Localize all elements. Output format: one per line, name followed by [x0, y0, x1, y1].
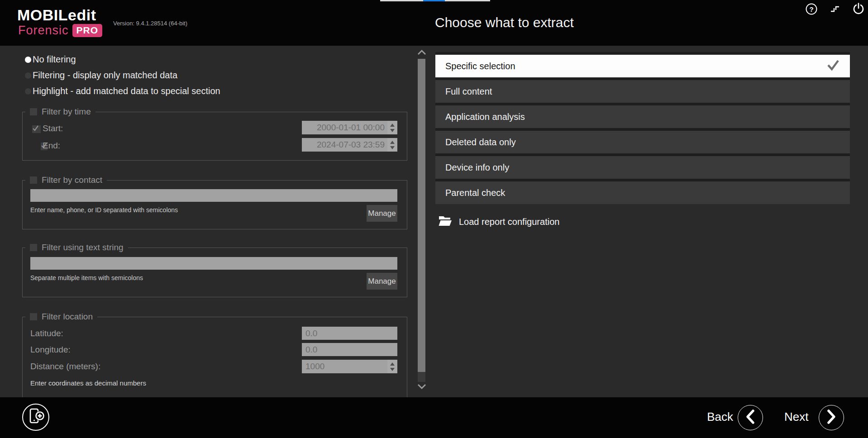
radio-highlight-label: Highlight - add matched data to special … [33, 86, 220, 96]
option-label: Full content [445, 86, 492, 97]
check-icon [826, 59, 840, 74]
resize-window-icon[interactable] [829, 3, 841, 15]
option-label: Specific selection [445, 61, 515, 71]
text-string-input[interactable] [30, 257, 397, 270]
filter-text-string-label: Filter using text string [42, 243, 124, 252]
add-phone-icon [26, 406, 46, 428]
load-report-configuration[interactable]: Load report configuration [438, 214, 559, 229]
filter-by-contact-label: Filter by contact [42, 175, 102, 185]
filter-by-time-legend: Filter by time [25, 107, 95, 117]
start-datetime-spinner[interactable] [387, 121, 397, 134]
option-device-info-only[interactable]: Device info only [435, 156, 850, 179]
next-label: Next [784, 410, 808, 424]
chevron-right-icon [825, 409, 838, 427]
distance-spinner[interactable] [387, 360, 397, 373]
progress-bar-value [423, 0, 445, 1]
spin-down-icon[interactable] [390, 368, 395, 371]
latitude-input[interactable] [302, 327, 397, 340]
chevron-down-icon[interactable] [417, 383, 427, 390]
end-datetime-input[interactable] [302, 138, 387, 152]
app-logo-subtitle: Forensic PRO [18, 24, 102, 38]
filter-by-time-checkbox[interactable] [30, 108, 37, 115]
text-string-manage-button[interactable]: Manage [367, 273, 397, 290]
svg-text:?: ? [809, 5, 813, 13]
chevron-left-icon [744, 409, 757, 427]
radio-no-filtering-label: No filtering [33, 54, 76, 65]
start-datetime-input[interactable] [302, 121, 387, 134]
text-string-hint: Separate multiple items with semicolons [30, 274, 143, 281]
distance-input[interactable] [302, 360, 387, 373]
distance-field [302, 360, 397, 373]
scrollbar-track[interactable] [418, 372, 425, 382]
start-datetime-field [302, 121, 397, 134]
option-application-analysis[interactable]: Application analysis [435, 105, 850, 128]
spin-down-icon[interactable] [390, 129, 395, 132]
app-logo-title: MOBILedit [17, 6, 96, 24]
option-label: Parental check [445, 188, 505, 198]
filter-by-contact-checkbox[interactable] [30, 176, 37, 184]
start-label: Start: [43, 124, 63, 133]
contact-filter-input[interactable] [30, 189, 397, 202]
spin-down-icon[interactable] [390, 146, 395, 149]
logo-forensic-text: Forensic [18, 24, 69, 38]
filter-location-checkbox[interactable] [30, 313, 37, 320]
option-deleted-data-only[interactable]: Deleted data only [435, 131, 850, 153]
logo-pro-badge: PRO [72, 24, 103, 37]
back-label: Back [697, 410, 733, 424]
back-button[interactable] [738, 405, 763, 430]
filter-by-contact-legend: Filter by contact [25, 175, 107, 185]
filter-by-time-group [22, 112, 407, 161]
start-checkbox[interactable] [32, 125, 41, 133]
filter-text-string-checkbox[interactable] [30, 244, 37, 251]
option-label: Device info only [445, 162, 509, 173]
end-datetime-spinner[interactable] [387, 138, 397, 152]
radio-no-filtering[interactable] [25, 57, 31, 63]
location-hint: Enter coordinates as decimal numbers [30, 379, 146, 387]
filter-text-string-group [22, 248, 407, 297]
extract-options-list: Specific selection Full content Applicat… [435, 52, 850, 204]
longitude-label: Longitude: [30, 345, 71, 355]
app-window: MOBILedit Forensic PRO Version: 9.4.1.28… [0, 0, 868, 438]
filter-location-label: Filter location [42, 312, 93, 322]
help-icon[interactable]: ? [805, 3, 818, 15]
open-folder-icon [438, 214, 453, 229]
chevron-up-icon[interactable] [417, 49, 427, 56]
radio-filtering[interactable] [25, 72, 31, 79]
page-title: Choose what to extract [435, 15, 574, 30]
spin-up-icon[interactable] [390, 141, 395, 144]
spin-up-icon[interactable] [390, 124, 395, 127]
latitude-label: Latitude: [30, 328, 63, 338]
option-full-content[interactable]: Full content [435, 80, 850, 103]
contact-filter-hint: Enter name, phone, or ID separated with … [30, 206, 178, 214]
option-specific-selection[interactable]: Specific selection [435, 55, 850, 77]
power-icon[interactable] [852, 2, 865, 15]
radio-filtering-label: Filtering - display only matched data [33, 70, 177, 81]
version-text: Version: 9.4.1.28514 (64-bit) [113, 20, 187, 27]
longitude-input[interactable] [302, 343, 397, 356]
distance-label: Distance (meters): [30, 362, 100, 371]
next-button[interactable] [819, 405, 844, 430]
scrollbar-thumb[interactable] [418, 59, 425, 372]
option-label: Deleted data only [445, 137, 516, 148]
spin-up-icon[interactable] [390, 362, 395, 366]
option-label: Application analysis [445, 112, 525, 122]
radio-highlight[interactable] [25, 88, 31, 95]
add-phone-button[interactable] [22, 404, 49, 431]
option-parental-check[interactable]: Parental check [435, 181, 850, 204]
end-label: End: [43, 141, 60, 151]
filter-text-string-legend: Filter using text string [25, 243, 128, 252]
filter-location-legend: Filter location [25, 312, 97, 322]
contact-manage-button[interactable]: Manage [367, 205, 397, 222]
load-report-configuration-label: Load report configuration [459, 217, 559, 227]
filter-by-time-label: Filter by time [42, 107, 91, 117]
filter-by-contact-group [22, 180, 407, 229]
end-datetime-field [302, 138, 397, 152]
